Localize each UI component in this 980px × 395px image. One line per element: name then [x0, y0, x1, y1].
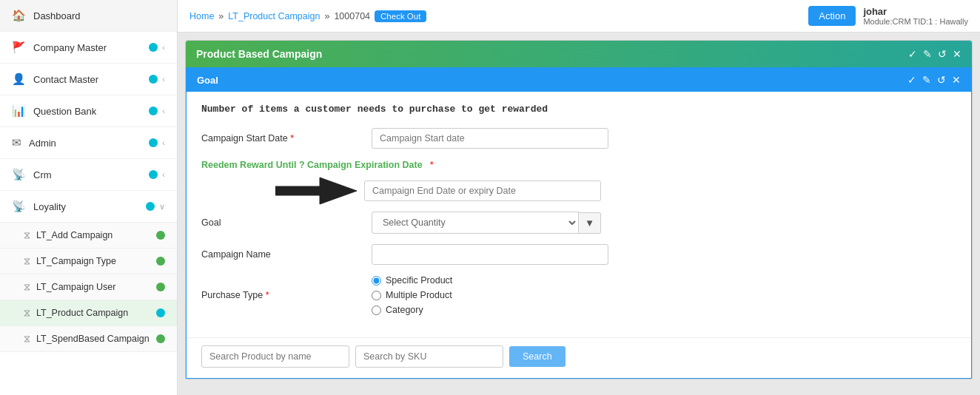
contact-master-badge [149, 75, 158, 84]
goal-close-button[interactable]: ✕ [952, 74, 961, 86]
search-area: Search [187, 337, 971, 378]
category-option[interactable]: Category [372, 305, 452, 315]
purchase-type-label: Purchase Type * [201, 290, 364, 300]
specific-product-label: Specific Product [386, 275, 452, 286]
specific-product-option[interactable]: Specific Product [372, 275, 452, 286]
person-icon: 👤 [12, 72, 26, 86]
goal-title: Goal [197, 75, 218, 86]
campaign-edit-button[interactable]: ✎ [923, 48, 932, 60]
multiple-product-radio[interactable] [372, 291, 381, 300]
campaign-name-row: Campaign Name [201, 244, 956, 265]
specific-product-radio[interactable] [372, 276, 381, 286]
user-name: johar [863, 6, 968, 17]
search-product-input[interactable] [201, 345, 349, 368]
goal-select-dropdown-btn[interactable]: ▼ [579, 212, 601, 234]
campaign-check-button[interactable]: ✓ [908, 48, 917, 60]
sidebar-item-label: Question Bank [33, 106, 96, 117]
sidebar-item-lt-add-campaign[interactable]: ⧖ LT_Add Campaign [0, 223, 177, 249]
sidebar-item-dashboard[interactable]: 🏠 Dashboard [0, 0, 177, 32]
breadcrumb-sep2: » [324, 11, 329, 21]
breadcrumb-sep1: » [218, 11, 224, 21]
loyality-sub-menu: ⧖ LT_Add Campaign ⧖ LT_Campaign Type ⧖ L… [0, 223, 177, 352]
sub-item-label: LT_Campaign User [36, 282, 115, 292]
goal-row: Goal Select Quantity ▼ [201, 212, 956, 234]
lt-campaign-user-badge [156, 283, 165, 291]
sidebar-item-label: Dashboard [33, 10, 81, 21]
campaign-panel: Product Based Campaign ✓ ✎ ↺ ✕ Goal ✓ ✎ … [185, 40, 973, 379]
sub-item-label: LT_Add Campaign [36, 230, 113, 240]
breadcrumb-campaign[interactable]: LT_Product Campaign [228, 11, 320, 21]
category-label: Category [386, 305, 423, 315]
category-radio[interactable] [372, 305, 381, 315]
sidebar-item-admin[interactable]: ✉ Admin ‹ [0, 127, 177, 159]
campaign-name-input[interactable] [372, 244, 608, 265]
breadcrumb: Home » LT_Product Campaign » 1000704 Che… [189, 10, 426, 22]
user-info: Action johar Module:CRM TID:1 : Hawally [808, 6, 968, 26]
chevron-icon: ‹ [162, 107, 165, 115]
campaign-name-label: Campaign Name [201, 249, 364, 260]
goal-panel-controls: ✓ ✎ ↺ ✕ [907, 74, 961, 86]
goal-panel: Goal ✓ ✎ ↺ ✕ Number of items a customer … [186, 67, 972, 379]
lt-product-campaign-badge [156, 308, 165, 317]
lt-campaign-type-badge [156, 257, 165, 266]
required-star: * [430, 159, 434, 170]
breadcrumb-id: 1000704 [334, 11, 370, 21]
goal-header: Goal ✓ ✎ ↺ ✕ [187, 68, 971, 92]
breadcrumb-home[interactable]: Home [189, 11, 214, 21]
action-button[interactable]: Action [808, 6, 856, 26]
timer-icon: ⧖ [24, 255, 30, 267]
sidebar-item-label: Company Master [33, 42, 107, 53]
chevron-icon: ‹ [162, 75, 165, 84]
sidebar-item-crm[interactable]: 📡 Crm ‹ [0, 159, 177, 191]
home-icon: 🏠 [12, 9, 26, 22]
crm-icon: 📡 [12, 168, 26, 181]
chevron-icon: ‹ [162, 170, 165, 179]
campaign-panel-title: Product Based Campaign [196, 48, 322, 60]
chevron-icon: ‹ [162, 43, 165, 52]
topbar: Home » LT_Product Campaign » 1000704 Che… [178, 0, 980, 33]
chevron-down-icon: ∨ [159, 202, 165, 212]
sidebar-item-contact-master[interactable]: 👤 Contact Master ‹ [0, 64, 177, 95]
goal-select-wrap: Select Quantity ▼ [372, 212, 601, 234]
goal-edit-button[interactable]: ✎ [922, 74, 931, 86]
search-button[interactable]: Search [509, 346, 565, 367]
campaign-refresh-button[interactable]: ↺ [938, 48, 947, 60]
sidebar-item-question-bank[interactable]: 📊 Question Bank ‹ [0, 95, 177, 127]
goal-select[interactable]: Select Quantity [372, 212, 579, 234]
company-master-badge [149, 43, 158, 52]
campaign-close-button[interactable]: ✕ [953, 48, 961, 60]
campaign-start-date-label: Campaign Start Date * [201, 133, 364, 144]
lt-spendbased-campaign-badge [156, 334, 165, 343]
sidebar-item-company-master[interactable]: 🚩 Company Master ‹ [0, 32, 177, 64]
sub-item-label: LT_Product Campaign [36, 308, 128, 318]
checkout-button[interactable]: Check Out [375, 10, 426, 22]
sidebar-item-lt-campaign-type[interactable]: ⧖ LT_Campaign Type [0, 249, 177, 274]
search-sku-input[interactable] [355, 345, 503, 368]
expiry-date-input[interactable] [364, 180, 601, 201]
campaign-start-date-input[interactable] [372, 128, 608, 149]
sidebar-item-lt-campaign-user[interactable]: ⧖ LT_Campaign User [0, 274, 177, 300]
sidebar-item-lt-spendbased-campaign[interactable]: ⧖ LT_SpendBased Campaign [0, 326, 177, 352]
purchase-type-radio-group: Specific Product Multiple Product Catego… [372, 275, 452, 315]
multiple-product-option[interactable]: Multiple Product [372, 290, 452, 300]
timer-icon: ⧖ [24, 281, 30, 293]
sidebar-item-lt-product-campaign[interactable]: ⧖ LT_Product Campaign [0, 300, 177, 326]
sidebar-item-label: Loyality [33, 201, 66, 212]
timer-icon: ⧖ [24, 229, 30, 241]
goal-refresh-button[interactable]: ↺ [937, 74, 946, 86]
timer-icon: ⧖ [24, 307, 30, 319]
chevron-icon: ‹ [162, 138, 165, 147]
loyality-icon: 📡 [12, 200, 26, 213]
campaign-panel-header: Product Based Campaign ✓ ✎ ↺ ✕ [186, 41, 972, 67]
sub-item-label: LT_Campaign Type [36, 256, 116, 266]
required-star: * [290, 133, 294, 144]
reedem-reward-row: Reedem Reward Until ? Campaign Expiratio… [201, 159, 956, 170]
goal-check-button[interactable]: ✓ [907, 74, 916, 86]
sidebar-item-loyality[interactable]: 📡 Loyality ∨ [0, 191, 177, 223]
goal-label: Goal [201, 217, 364, 228]
admin-badge [149, 138, 158, 147]
timer-icon: ⧖ [24, 333, 30, 345]
sidebar-item-label: Contact Master [33, 74, 98, 85]
multiple-product-label: Multiple Product [386, 290, 452, 300]
form-area: Number of items a customer needs to purc… [187, 92, 971, 337]
